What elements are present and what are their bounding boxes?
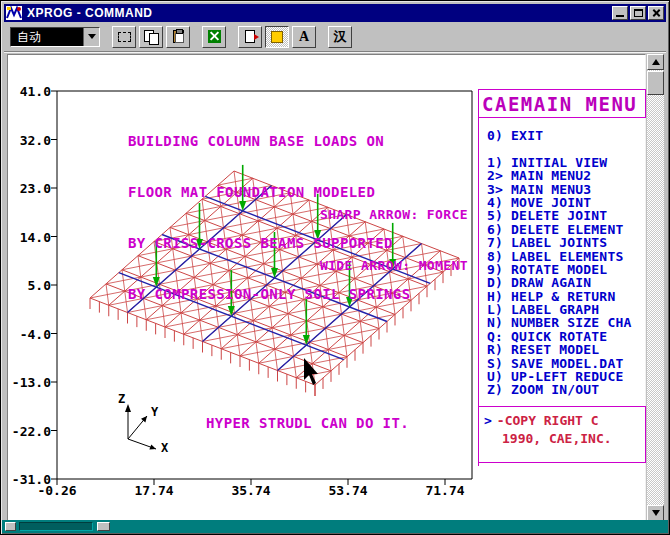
mode-dropdown-value: 自动 [11,28,83,46]
fit-view-button[interactable] [202,26,226,48]
menu-list: 0) EXIT1) INITIAL VIEW2> MAIN MENU23> MA… [479,118,646,397]
menu-item[interactable]: 6) DELETE ELEMENT [487,223,646,236]
minimize-button[interactable] [612,6,628,20]
menu-title-box: CAEMAIN MENU [478,89,646,118]
copyright-line-2: 1990, CAE,INC. [502,431,645,446]
y-axis-tick-label: 5.0 [8,278,51,293]
x-axis-tick-label: 53.74 [318,483,378,498]
menu-item[interactable]: L) LABEL GRAPH [487,303,646,316]
menu-item[interactable]: 0) EXIT [487,129,646,142]
fit-view-icon [208,30,221,43]
marquee-select-button[interactable] [112,26,136,48]
y-axis-tick-label: -4.0 [8,327,51,342]
menu-item[interactable]: Q: QUICK ROTATE [487,330,646,343]
page-arrow-icon [245,30,255,43]
menu-item[interactable]: 8) LABEL ELEMENTS [487,250,646,263]
menu-item[interactable]: S) SAVE MODEL.DAT [487,357,646,370]
close-button[interactable] [648,6,664,20]
scrollbar-thumb[interactable] [647,71,664,95]
application-window: XPROG - COMMAND 自动 A 汉 BUILDING COLUMN B… [0,0,670,535]
menu-item[interactable]: 3> MAIN MENU3 [487,183,646,196]
arrow-legend: SHARP ARROW: FORCE WIDE ARROW: MOMENT [308,172,468,308]
menu-panel: CAEMAIN MENU 0) EXIT1) INITIAL VIEW2> MA… [478,89,646,466]
chevron-down-icon [88,34,96,39]
minimize-icon [616,15,624,17]
paste-icon [173,30,184,43]
y-axis-tick-label: 32.0 [8,133,51,148]
dropdown-arrow-button[interactable] [83,28,99,46]
y-axis-tick-label: 41.0 [8,84,51,99]
arrow-down-icon [652,510,660,516]
maximize-icon [634,9,643,17]
legend-line: SHARP ARROW: FORCE [308,206,468,223]
x-axis-tick-label: 17.74 [124,483,184,498]
y-axis-tick-label: 23.0 [8,181,51,196]
copyright-text: -COPY RIGHT C [497,413,599,428]
menu-item[interactable]: N) NUMBER SIZE CHA [487,316,646,329]
menu-item[interactable]: D) DRAW AGAIN [487,276,646,289]
menu-item[interactable]: 4) MOVE JOINT [487,196,646,209]
copy-button[interactable] [139,26,163,48]
redraw-button[interactable] [265,26,289,48]
triad-z-label: Z [118,392,125,406]
arrow-up-icon [652,59,660,65]
plot-footer-text: HYPER STRUDL CAN DO IT. [206,415,409,432]
menu-item[interactable]: 2> MAIN MENU2 [487,169,646,182]
legend-line: WIDE ARROW: MOMENT [308,257,468,274]
toolbar: 自动 A 汉 [4,22,666,52]
menu-item[interactable]: 1) INITIAL VIEW [487,156,646,169]
menu-item[interactable]: Z) ZOOM IN/OUT [487,383,646,396]
status-field[interactable] [19,522,93,531]
y-axis-tick-label: -22.0 [8,424,51,439]
triad-x-label: X [161,441,168,455]
copyright-box: >-COPY RIGHT C 1990, CAE,INC. [478,406,646,463]
chinese-char-icon: 汉 [334,28,347,46]
scroll-down-button[interactable] [647,505,664,521]
copyright-line-1: >-COPY RIGHT C [484,413,645,428]
x-axis-tick-label: 71.74 [415,483,475,498]
titlebar[interactable]: XPROG - COMMAND [4,4,666,22]
menu-title: CAEMAIN MENU [482,93,637,115]
status-item[interactable] [97,522,110,531]
x-axis-tick-label: -0.26 [27,483,87,498]
font-button[interactable]: A [292,26,316,48]
paste-button[interactable] [166,26,190,48]
app-icon[interactable] [6,6,22,20]
menu-item[interactable]: U) UP-LEFT REDUCE [487,370,646,383]
command-prompt: > [484,413,492,428]
font-a-icon: A [299,29,309,45]
marquee-icon [118,32,131,42]
vertical-scrollbar[interactable] [647,54,664,521]
menu-item[interactable]: 9) ROTATE MODEL [487,263,646,276]
y-axis-tick-label: -13.0 [8,375,51,390]
triad-y-label: Y [151,405,158,419]
scroll-up-button[interactable] [647,54,664,70]
chinese-button[interactable]: 汉 [328,26,352,48]
highlight-icon [271,31,283,43]
window-title: XPROG - COMMAND [27,6,610,20]
x-axis-tick-label: 35.74 [221,483,281,498]
app-logo-icon [6,6,22,20]
mode-dropdown[interactable]: 自动 [10,27,100,47]
page-view-button[interactable] [238,26,262,48]
plot-title-line: BUILDING COLUMN BASE LOADS ON [128,133,411,150]
menu-item[interactable]: 5) DELETE JOINT [487,209,646,222]
y-axis-tick-label: 14.0 [8,230,51,245]
menu-item[interactable]: H) HELP & RETURN [487,290,646,303]
status-item[interactable] [5,522,16,531]
maximize-button[interactable] [630,6,646,20]
menu-gap [487,142,646,155]
graphics-client-area: BUILDING COLUMN BASE LOADS ON FLOOR MAT … [7,54,646,521]
menu-item[interactable]: R) RESET MODEL [487,343,646,356]
menu-item[interactable]: 7) LABEL JOINTS [487,236,646,249]
status-strip [2,520,668,533]
copy-icon [144,30,158,43]
